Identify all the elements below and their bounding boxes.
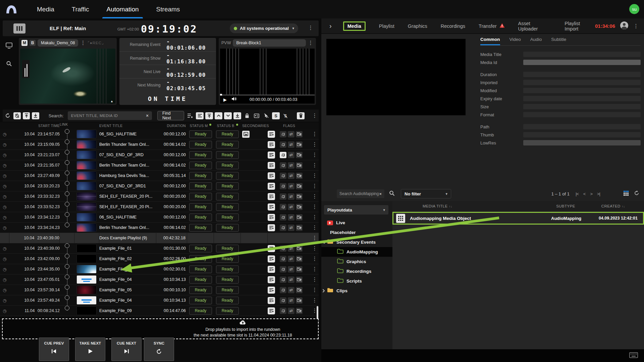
player-menu-button[interactable]: ⋮ [80,40,86,46]
link-circle[interactable] [65,285,69,290]
field-input-lowres[interactable] [523,140,641,145]
media-panel-tab-transfer[interactable]: Transfer [479,23,504,29]
details-tab-video[interactable]: Video [509,37,521,45]
loop-flag-icon[interactable] [280,308,286,314]
playlist-flag-icon[interactable] [268,297,275,304]
row-menu-button[interactable]: ⋮ [311,183,319,189]
playlist-flag-icon[interactable] [268,203,275,210]
swap-flag-icon[interactable]: ⇄ [288,266,294,273]
column-header-media-title[interactable]: MEDIA TITLE↑↓ [423,204,452,208]
playlist-flag-icon[interactable] [268,224,275,231]
rundown-row[interactable]: ◷ 10.04 23:47:05.01 Example_File_04 00:1… [0,275,319,285]
lock-icon[interactable] [243,112,251,119]
multiview-icon[interactable] [6,43,12,50]
link-circle[interactable] [65,129,69,134]
link-toggle[interactable] [60,202,74,212]
details-tab-audio[interactable]: Audio [530,37,542,45]
tree-root-dropdown[interactable]: Playoutdata ▾ [324,205,388,215]
no-video-flag-icon[interactable] [296,183,303,189]
playlist-flag-icon[interactable] [268,255,275,262]
rundown-row[interactable]: ◷ 10.04 23:15:09.05 Berlin Thunder Team … [0,139,319,150]
loop-flag-icon[interactable] [280,297,286,304]
chevron-down-icon[interactable] [224,112,232,119]
play-icon[interactable]: ▶ [223,97,227,102]
backup-badge[interactable]: B [30,40,36,46]
link-circle[interactable] [65,171,69,175]
cue-prev-button[interactable]: CUE PREV [39,338,69,361]
row-menu-button[interactable]: ⋮ [311,204,319,209]
link-circle[interactable] [65,275,69,279]
link-circle[interactable] [65,160,69,165]
move-to-bottom-icon[interactable] [32,112,39,119]
link-circle[interactable] [65,306,69,310]
rundown-row[interactable]: ◷ 10.04 23:34:24.23 Berlin Thunder Team … [0,223,319,233]
no-video-flag-icon[interactable] [296,308,303,314]
cue-next-button[interactable]: CUE NEXT [111,338,142,361]
loop-flag-icon[interactable] [280,277,286,283]
field-input-thumb[interactable] [523,132,641,137]
field-input-path[interactable] [523,124,641,129]
playlist-flag-icon[interactable] [268,287,275,294]
row-menu-button[interactable]: ⋮ [311,152,319,158]
loop-flag-icon[interactable] [280,173,286,179]
media-search-field[interactable]: × [337,189,384,198]
tree-item-secondary-events[interactable]: Secondary Events [321,237,392,247]
playlist-flag-icon[interactable] [268,214,275,221]
link-toggle[interactable] [60,223,74,233]
swap-flag-icon[interactable]: ⇄ [288,193,294,200]
user-avatar[interactable]: su [629,4,639,14]
next-page-button[interactable]: > [590,191,592,196]
link-circle[interactable] [65,295,69,300]
row-menu-button[interactable]: ⋮ [311,225,319,230]
tree-expander-icon[interactable] [322,288,325,294]
playlist-flag-icon[interactable] [268,162,275,169]
playlist-flag-icon[interactable] [268,183,275,190]
no-video-flag-icon[interactable] [296,193,303,200]
no-video-flag-icon[interactable] [296,297,303,304]
tree-item-placeholder[interactable]: Placeholder [321,228,392,237]
row-menu-button[interactable]: ⋮ [311,266,319,272]
swap-flag-icon[interactable]: ⇄ [288,204,294,210]
link-circle[interactable] [65,150,69,155]
column-header-created[interactable]: CREATED↑↓ [601,204,625,208]
secondary-graphic-icon[interactable] [242,131,250,138]
tree-item-graphics[interactable]: Graphics [321,257,392,266]
link-toggle[interactable] [60,129,74,139]
nav-tab-media[interactable]: Media [37,0,54,18]
filter-dropdown[interactable]: No filter ▾ [401,189,451,198]
prev-page-button[interactable]: < [583,191,586,196]
link-toggle[interactable] [60,264,74,274]
tree-item-scripts[interactable]: Scripts [321,276,392,286]
loop-flag-icon[interactable] [280,152,286,158]
last-page-button[interactable]: >| [597,191,600,196]
sync-button[interactable]: SYNC [144,338,174,361]
find-next-button[interactable]: Find Next [157,111,184,120]
playlist-flag-icon[interactable] [268,152,275,159]
link-toggle[interactable] [60,306,74,316]
loop-flag-icon[interactable] [280,266,286,273]
id-badge-icon[interactable] [253,112,261,119]
loop-flag-icon[interactable] [280,183,286,189]
field-input-modified[interactable] [523,88,641,93]
swap-flag-icon[interactable]: ⇄ [288,162,294,169]
swap-flag-icon[interactable]: ⇄ [288,141,294,148]
no-video-flag-icon[interactable] [296,131,303,137]
rundown-row[interactable]: ◷ 10.04 23:44:35.00 Example_File_03 00:0… [0,264,319,275]
row-menu-button[interactable]: ⋮ [311,298,319,303]
first-page-button[interactable]: |< [576,191,579,196]
row-menu-button[interactable]: ⋮ [311,194,319,199]
link-toggle[interactable] [60,181,74,191]
no-select-icon[interactable] [262,112,270,119]
loop-flag-icon[interactable] [280,214,286,221]
no-video-flag-icon[interactable] [296,225,303,231]
no-video-flag-icon[interactable] [296,162,303,169]
rundown-row[interactable]: ◷ 10.04 23:57:39.14 Example_File_05 00:0… [0,285,319,295]
link-circle[interactable] [65,202,69,206]
rundown-menu-button[interactable]: ⋮ [312,113,317,118]
nav-tab-traffic[interactable]: Traffic [72,0,89,18]
rundown-row[interactable]: ◷ 10.04 23:33:52.23 SEH_ELF_TEASER_20 Pl… [0,202,319,212]
link-toggle[interactable] [60,254,74,264]
link-circle[interactable] [65,254,69,258]
playlist-flag-icon[interactable] [268,131,275,138]
rundown-row[interactable]: ◷ 11.04 00:08:24.12 Example_File_09 00:1… [0,306,319,316]
